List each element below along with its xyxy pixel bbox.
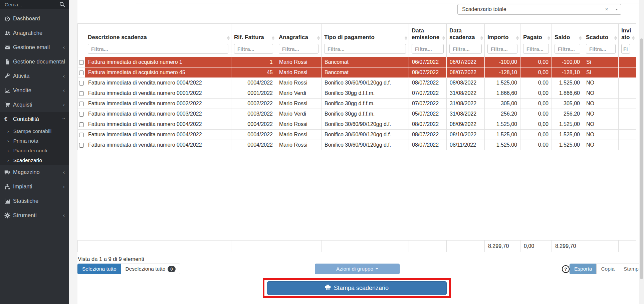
- cell-pagato: 0,00: [520, 88, 552, 99]
- sidebar-subitem-prima-nota[interactable]: ›Prima nota: [0, 136, 69, 146]
- column-header-data-scadenza[interactable]: Data scadenza: [447, 24, 485, 57]
- scrollbar-thumb[interactable]: [640, 38, 643, 279]
- row-checkbox[interactable]: [79, 143, 84, 148]
- sort-icon[interactable]: [548, 36, 550, 40]
- row-checkbox[interactable]: [79, 91, 84, 96]
- column-header-saldo[interactable]: Saldo: [552, 24, 583, 57]
- sidebar-item-dashboard[interactable]: Dashboard: [0, 11, 69, 26]
- table-row[interactable]: Fattura immediata di acquisto numero 454…: [78, 67, 636, 78]
- sort-icon[interactable]: [480, 36, 483, 40]
- sidebar-subitem-scadenzario[interactable]: ›Scadenzario: [0, 155, 69, 165]
- sidebar-subitem-stampe-contabili[interactable]: ›Stampe contabili: [0, 126, 69, 136]
- sidebar-item-strumenti[interactable]: Strumenti‹: [0, 208, 69, 222]
- column-header-inviato[interactable]: Inviato: [619, 24, 636, 57]
- cell-desc: Fattura immediata di acquisto numero 1: [85, 57, 231, 67]
- table-row[interactable]: Fattura immediata di acquisto numero 11M…: [78, 57, 636, 67]
- sidebar-item-label: Statistiche: [13, 198, 38, 204]
- sidebar-item-gestione-documentale[interactable]: Gestione documentale: [0, 54, 69, 69]
- filter-input-rif[interactable]: [234, 44, 273, 54]
- column-header-tipo-di-pagamento[interactable]: Tipo di pagamento: [321, 24, 409, 57]
- cell-scad: 08/07/2022: [447, 67, 485, 78]
- table-row[interactable]: Fattura immediata di vendita numero 0004…: [78, 78, 636, 88]
- row-checkbox[interactable]: [79, 122, 84, 127]
- table-row[interactable]: Fattura immediata di vendita numero 0004…: [78, 119, 636, 130]
- sort-icon[interactable]: [614, 36, 617, 40]
- sidebar-item-label: Attività: [13, 73, 30, 79]
- sidebar-item-gestione-email[interactable]: Gestione email‹: [0, 40, 69, 54]
- cell-pagato: 0,00: [520, 78, 552, 88]
- schedule-filter-select[interactable]: Scadenzario totale ×: [457, 4, 621, 15]
- table-row[interactable]: Fattura immediata di vendita numero 0003…: [78, 109, 636, 119]
- cell-checkbox: [78, 140, 85, 150]
- cell-tipo: Bancomat: [321, 57, 409, 67]
- total-pagato: 0,00: [520, 241, 552, 252]
- export-button[interactable]: Esporta: [570, 264, 597, 274]
- filter-input-anag[interactable]: [279, 44, 318, 54]
- row-checkbox[interactable]: [79, 133, 84, 137]
- help-icon[interactable]: ?: [562, 265, 570, 273]
- filter-input-tipo[interactable]: [324, 44, 406, 54]
- sort-icon[interactable]: [516, 36, 519, 40]
- sidebar-subitem-piano-dei-conti[interactable]: ›Piano dei conti: [0, 146, 69, 155]
- sidebar-item-anagrafiche[interactable]: Anagrafiche: [0, 26, 69, 40]
- cell-checkbox: [78, 130, 85, 140]
- sidebar-item-label: Acquisti: [13, 102, 32, 108]
- row-checkbox[interactable]: [79, 70, 84, 75]
- scrollbar-track[interactable]: [639, 0, 644, 304]
- select-all-button[interactable]: Seleziona tutto: [77, 264, 121, 274]
- sort-icon[interactable]: [632, 36, 635, 40]
- cell-inviato: [619, 109, 636, 119]
- sort-icon[interactable]: [272, 36, 274, 40]
- copy-label: Copia: [601, 266, 615, 272]
- row-checkbox[interactable]: [79, 81, 84, 86]
- sidebar-item-vendite[interactable]: Vendite‹: [0, 83, 69, 98]
- filter-input-inviato[interactable]: [621, 44, 630, 54]
- sidebar-subitem-label: Prima nota: [13, 138, 38, 144]
- sort-icon[interactable]: [227, 36, 230, 40]
- filter-input-importo[interactable]: [487, 44, 517, 54]
- print-schedule-button[interactable]: Stampa scadenzario: [267, 281, 447, 295]
- sidebar-item-acquisti[interactable]: Acquisti‹: [0, 98, 69, 112]
- sidebar-item-attivita[interactable]: Attività‹: [0, 69, 69, 83]
- table-row[interactable]: Fattura immediata di vendita numero 0004…: [78, 140, 636, 150]
- search-input[interactable]: [4, 1, 57, 8]
- sidebar-item-impianti[interactable]: Impianti‹: [0, 179, 69, 194]
- filter-input-scad[interactable]: [449, 44, 482, 54]
- sidebar-item-label: Contabilità: [13, 116, 39, 122]
- sidebar-item-statistiche[interactable]: Statistiche: [0, 194, 69, 208]
- sort-icon[interactable]: [442, 36, 445, 40]
- chevron-left-icon: ‹: [62, 170, 65, 175]
- column-header-rif-fattura[interactable]: Rif. Fattura: [231, 24, 276, 57]
- filter-input-pagato[interactable]: [523, 44, 549, 54]
- chevron-down-icon[interactable]: [612, 4, 621, 14]
- column-header-importo[interactable]: Importo: [485, 24, 520, 57]
- group-actions-button[interactable]: Azioni di gruppo: [315, 264, 400, 274]
- table-row[interactable]: Fattura immediata di vendita numero 0001…: [78, 88, 636, 99]
- sort-icon[interactable]: [317, 36, 320, 40]
- sidebar-subitem-label: Piano dei conti: [13, 148, 47, 154]
- column-header-scaduto[interactable]: Scaduto: [583, 24, 619, 57]
- column-header-anagrafica[interactable]: Anagrafica: [276, 24, 321, 57]
- wrench-icon: [4, 73, 13, 79]
- filter-input-scaduto[interactable]: [586, 44, 616, 54]
- search-icon[interactable]: [59, 1, 65, 7]
- deselect-all-button[interactable]: Deseleziona tutto 0: [121, 264, 180, 274]
- sort-icon[interactable]: [579, 36, 582, 40]
- filter-input-desc[interactable]: [88, 44, 228, 54]
- column-header-data-emissione[interactable]: Data emissione: [409, 24, 447, 57]
- table-row[interactable]: Fattura immediata di vendita numero 0002…: [78, 99, 636, 109]
- row-checkbox[interactable]: [79, 102, 84, 106]
- row-checkbox[interactable]: [79, 112, 84, 117]
- clear-icon[interactable]: ×: [601, 6, 612, 13]
- filter-input-emiss[interactable]: [412, 44, 444, 54]
- table-row[interactable]: Fattura immediata di vendita numero 0004…: [78, 130, 636, 140]
- column-header-descrizione-scadenza[interactable]: Descrizione scadenza: [85, 24, 231, 57]
- sort-icon[interactable]: [405, 36, 407, 40]
- copy-button[interactable]: Copia: [596, 264, 619, 274]
- filter-input-saldo[interactable]: [555, 44, 580, 54]
- row-checkbox[interactable]: [79, 60, 84, 65]
- sidebar-item-magazzino[interactable]: Magazzino‹: [0, 165, 69, 179]
- column-header-pagato[interactable]: Pagato: [520, 24, 552, 57]
- cell-rif: 0004/2022: [231, 78, 276, 88]
- sidebar-item-contabilita[interactable]: €Contabilità‹: [0, 112, 69, 126]
